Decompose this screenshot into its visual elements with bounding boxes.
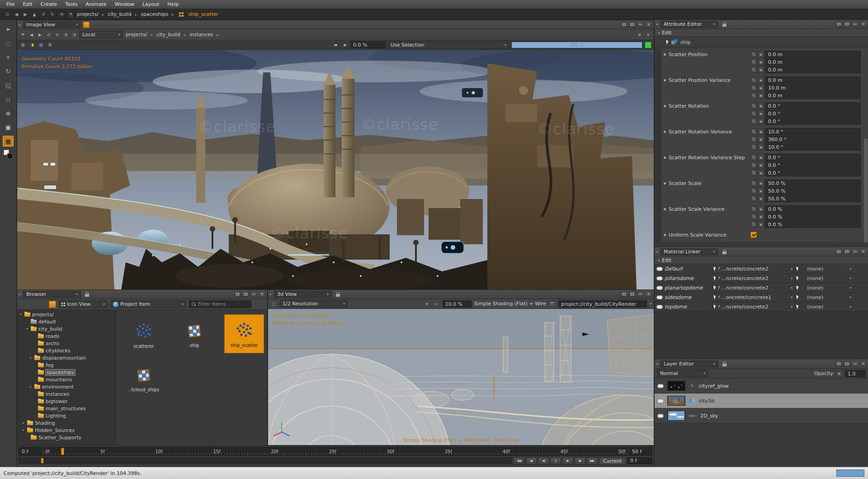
value-field[interactable]: 0.0 ° [765, 102, 861, 109]
pick-icon[interactable] [796, 304, 799, 309]
pick-icon[interactable] [796, 276, 799, 281]
edited-object-row[interactable]: ship [655, 37, 868, 48]
pause-button[interactable]: || [550, 457, 561, 465]
menu-animate[interactable]: Animate [82, 0, 110, 8]
material-path[interactable]: ...ncrete/concrete2 [721, 285, 789, 291]
range-scrollbar[interactable] [19, 457, 512, 464]
camera-icon[interactable]: 🗔 [549, 300, 556, 307]
layer-row-selected[interactable]: city3d [655, 394, 868, 408]
float-button[interactable] [629, 291, 636, 297]
collapse-icon[interactable]: ▸ [19, 23, 21, 27]
clock-icon[interactable]: ◔ [62, 31, 69, 38]
minimize-button[interactable] [852, 21, 859, 27]
value-field[interactable]: 0.0 m [765, 66, 861, 73]
panel-title-dropdown[interactable]: Image View ▾ [23, 21, 81, 28]
next-icon[interactable]: ▶ [37, 31, 43, 38]
tree-item[interactable]: ▾city_build [17, 325, 115, 332]
undo-icon[interactable]: ↺ [40, 11, 47, 18]
animation-icon[interactable]: ▪ [758, 85, 764, 91]
resolution-dropdown[interactable]: 1/2 Resolution ▾ [280, 300, 348, 308]
minimize-button[interactable] [852, 361, 859, 367]
expression-icon[interactable]: % [750, 188, 757, 194]
blend-mode-dropdown[interactable]: Normal ▾ [657, 370, 708, 377]
expression-icon[interactable]: % [750, 59, 757, 65]
tree-item[interactable]: mountains [17, 376, 115, 383]
collapse-icon[interactable]: ▸ [656, 362, 658, 366]
value-field[interactable]: 0.0 m [765, 51, 861, 58]
clock2-icon[interactable]: ◔ [71, 31, 78, 38]
view-options-icon[interactable]: ≡ [636, 31, 643, 38]
animation-icon[interactable]: ▪ [758, 144, 764, 150]
value-field[interactable]: 0.0 ° [765, 110, 861, 117]
expression-icon[interactable]: % [750, 162, 757, 168]
color-swatch[interactable] [4, 150, 13, 159]
close-button[interactable]: × [645, 22, 652, 28]
tree-item[interactable]: ▸Hidden_Sources [17, 427, 115, 434]
rotate-tool-icon[interactable]: ↻ [3, 66, 14, 76]
animation-icon[interactable]: ▪ [758, 110, 764, 117]
item-scatterer[interactable]: scatterer [124, 315, 164, 354]
dock-button[interactable] [234, 291, 241, 297]
visibility-icon[interactable] [656, 295, 663, 299]
visibility-icon[interactable] [656, 286, 663, 290]
value-field[interactable]: 0.0 % [765, 205, 861, 213]
range-end-field[interactable]: 50 f [629, 447, 652, 456]
project-tree[interactable]: ▾projects/ default ▾city_build roads arc… [17, 310, 116, 446]
tree-item-selected[interactable]: spaceships [17, 369, 115, 376]
tree-item[interactable]: cityblocks [17, 347, 115, 354]
animation-icon[interactable]: ▪ [758, 77, 764, 83]
visibility-icon[interactable] [657, 414, 664, 418]
expression-icon[interactable]: % [750, 221, 757, 228]
render-path-field[interactable]: project://city_build/CityRender [558, 300, 647, 308]
item-ship-scatter[interactable]: ship_scatter [224, 314, 264, 353]
home-icon[interactable]: ⊙ [4, 11, 11, 18]
menu-file[interactable]: File [3, 0, 18, 8]
chevron-down-icon[interactable]: ▾ [791, 305, 793, 309]
chevron-down-icon[interactable]: ▾ [791, 276, 793, 280]
animation-icon[interactable]: ▪ [758, 188, 764, 194]
float-button[interactable] [844, 249, 850, 255]
frame-ruler[interactable]: 0f5f10f15f20f25f30f35f40f45f50f [43, 447, 628, 456]
image-view-viewport[interactable]: Geometry Count 80333 Primitive Count 3.2… [17, 50, 654, 290]
lasso-tool-icon[interactable]: ◌ [3, 38, 14, 48]
zoom-field[interactable]: 10.0 % [443, 300, 472, 308]
function-icon[interactable]: f [718, 295, 719, 299]
item-grid[interactable]: scatterer ship [116, 310, 267, 446]
breadcrumb-spaceships[interactable]: spaceships [140, 11, 169, 17]
pivot-tool-icon[interactable]: ⊕ [3, 108, 14, 119]
chevron-down-icon[interactable]: ▾ [849, 305, 851, 309]
value-field[interactable]: 0.0 ° [765, 154, 861, 161]
item-filter-dropdown[interactable]: Project Item ▾ [110, 300, 186, 308]
display-icon[interactable]: ▢ [270, 300, 277, 307]
range-start-field[interactable]: 0 f [19, 447, 42, 456]
dock-button[interactable] [835, 21, 842, 27]
tree-item[interactable]: fog [17, 361, 115, 369]
lock-icon[interactable] [722, 250, 726, 254]
material-path[interactable]: ...ncrete/concrete2 [721, 304, 789, 310]
override-value[interactable]: (none) [801, 285, 848, 291]
uniform-scale-checkbox[interactable] [750, 232, 757, 238]
function-icon[interactable]: f [718, 276, 719, 280]
value-field[interactable]: 0.0 ° [765, 169, 861, 176]
float-button[interactable] [844, 21, 850, 27]
collapse-icon[interactable]: ▸ [656, 22, 658, 26]
animation-icon[interactable]: ▪ [758, 136, 764, 142]
step-back-button[interactable]: ◀| [526, 457, 537, 465]
tree-item[interactable]: main_structures [17, 405, 115, 412]
expression-icon[interactable]: % [750, 92, 757, 99]
expression-icon[interactable]: % [750, 180, 757, 186]
go-end-button[interactable]: ▶▶ [587, 457, 598, 465]
sample2-icon[interactable]: ▪ [341, 42, 348, 48]
override-value[interactable]: (none) [801, 275, 848, 281]
tree-item[interactable]: ▸Shading [17, 419, 115, 427]
expression-icon[interactable]: % [750, 154, 757, 161]
value-field[interactable]: 10.0 ° [765, 128, 861, 135]
opacity-key-icon[interactable]: ▪ [836, 370, 842, 377]
expression-icon[interactable]: % [750, 195, 757, 202]
pick-icon[interactable] [796, 266, 799, 271]
visibility-icon[interactable] [656, 267, 663, 271]
chevron-down-icon[interactable]: ▾ [849, 286, 851, 290]
value-field[interactable]: 0.0 ° [765, 161, 861, 169]
pick-icon[interactable] [713, 266, 717, 271]
render-tool-icon[interactable]: ▦ [3, 136, 14, 147]
